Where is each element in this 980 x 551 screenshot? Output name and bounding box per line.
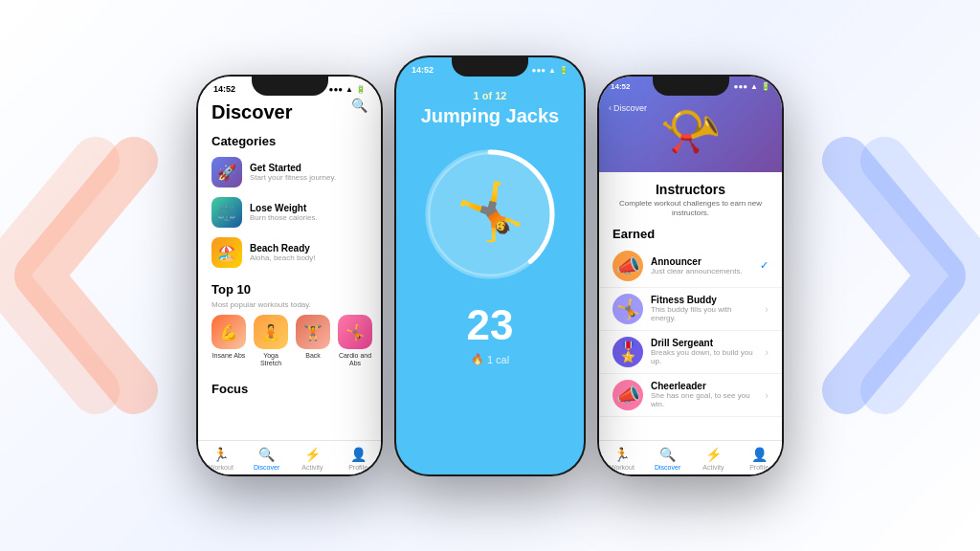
focus-title: Focus (212, 378, 368, 400)
left-time: 14:52 (213, 84, 235, 94)
instructors-title: Instructors (612, 182, 768, 197)
instructors-title-section: Instructors Complete workout challenges … (599, 172, 782, 223)
center-phone-notch (452, 55, 528, 77)
tab-workout-left[interactable]: 🏃 Workout (198, 447, 244, 471)
exercise-counter: 1 of 12 (474, 90, 507, 101)
left-status-icons: ●●●▲🔋 (329, 85, 366, 94)
left-phone-notch (252, 75, 328, 96)
instructor-announcer[interactable]: 📣 Announcer Just clear announcements. ✓ (599, 245, 782, 288)
top10-title: Top 10 (198, 276, 381, 300)
discover-header: Discover 🔍 (198, 98, 381, 128)
chevron-right-icon: › (765, 303, 768, 315)
instructor-fitness-buddy[interactable]: 🤸 Fitness Buddy This buddy fills you wit… (599, 288, 782, 331)
category-get-started[interactable]: 🚀 Get Started Start your fitness journey… (198, 152, 381, 192)
instructor-drill-sergeant[interactable]: 🎖️ Drill Sergeant Breaks you down, to bu… (599, 331, 782, 374)
tab-activity-left[interactable]: ⚡ Activity (290, 447, 336, 471)
deco-left-arrow (0, 132, 172, 419)
exercise-name: Jumping Jacks (421, 105, 560, 127)
workout-grid: 💪 Insane Abs 🧘 Yoga Stretch 🏋️ Back (198, 315, 381, 368)
back-button[interactable]: ‹ Discover (609, 103, 647, 113)
center-phone: 14:52 ●●●▲🔋 1 of 12 Jumping Jacks 🤸 (394, 55, 586, 476)
workout-yoga[interactable]: 🧘 Yoga Stretch (254, 315, 288, 368)
workout-cardio[interactable]: 🤸 Cardio and Abs (338, 315, 372, 368)
drill-sergeant-info: Drill Sergeant Breaks you down, to build… (651, 338, 757, 365)
discover-tab-icon: 🔍 (258, 447, 275, 462)
tab-activity-right[interactable]: ⚡ Activity (691, 447, 737, 471)
whistle-icon: 📯 (659, 102, 722, 161)
center-time: 14:52 (412, 65, 434, 75)
chevron-right-icon-2: › (765, 346, 768, 358)
back-chevron-icon: ‹ (609, 103, 612, 113)
workout-insane-abs[interactable]: 💪 Insane Abs (212, 315, 246, 368)
tab-profile-right[interactable]: 👤 Profile (736, 447, 782, 471)
right-phone-notch (653, 75, 729, 96)
instructors-subtitle: Complete workout challenges to earn new … (612, 199, 768, 219)
categories-title: Categories (198, 128, 381, 152)
scene: 14:52 ●●●▲🔋 Discover 🔍 Categories 🚀 Get … (0, 0, 980, 551)
discover-title: Discover (212, 101, 368, 122)
instructors-screen: 14:52 ●●●▲🔋 ‹ Discover 📯 Instructors Com… (599, 77, 782, 474)
category-icon-rocket: 🚀 (212, 157, 242, 187)
workout-tab-icon: 🏃 (212, 447, 229, 462)
back-label: Discover (613, 103, 647, 113)
cheerleader-avatar: 📣 (612, 380, 643, 410)
profile-tab-icon-right: 👤 (751, 447, 768, 462)
left-tab-bar: 🏃 Workout 🔍 Discover ⚡ Activity 👤 Profil… (198, 440, 381, 474)
category-beach-ready[interactable]: 🏖️ Beach Ready Aloha, beach body! (198, 232, 381, 273)
top10-section: Top 10 Most popular workouts today. 💪 In… (198, 273, 381, 372)
category-icon-beach: 🏖️ (212, 237, 242, 268)
tab-profile-left[interactable]: 👤 Profile (335, 447, 381, 471)
top10-subtitle: Most popular workouts today. (198, 300, 381, 315)
tab-discover-right[interactable]: 🔍 Discover (645, 447, 691, 471)
left-phone: 14:52 ●●●▲🔋 Discover 🔍 Categories 🚀 Get … (196, 75, 383, 476)
exercise-number: 23 (467, 301, 514, 349)
activity-tab-icon-right: ⚡ (705, 447, 722, 462)
category-text-lose-weight: Lose Weight Burn those calories. (250, 203, 318, 222)
right-phone: 14:52 ●●●▲🔋 ‹ Discover 📯 Instructors Com… (597, 75, 784, 476)
workout-tab-icon-right: 🏃 (613, 447, 630, 462)
cheerleader-info: Cheerleader She has one goal, to see you… (651, 381, 757, 408)
fitness-buddy-avatar: 🤸 (612, 294, 643, 324)
category-icon-weight: ⚖️ (212, 197, 242, 228)
focus-section: Focus (198, 372, 381, 400)
exercise-circle: 🤸 (418, 143, 562, 286)
exercise-figure: 🤸 (456, 179, 524, 244)
deco-right-arrow (808, 132, 980, 419)
right-time: 14:52 (611, 82, 630, 91)
flame-icon: 🔥 (471, 353, 484, 365)
category-text-beach: Beach Ready Aloha, beach body! (250, 243, 316, 262)
center-status-icons: ●●●▲🔋 (532, 66, 568, 75)
search-icon[interactable]: 🔍 (351, 98, 368, 113)
center-phone-screen: 14:52 ●●●▲🔋 1 of 12 Jumping Jacks 🤸 (396, 57, 584, 474)
right-phone-screen: 14:52 ●●●▲🔋 ‹ Discover 📯 Instructors Com… (599, 77, 782, 474)
category-text-get-started: Get Started Start your fitness journey. (250, 163, 336, 182)
right-tab-bar: 🏃 Workout 🔍 Discover ⚡ Activity 👤 Profil… (599, 440, 782, 474)
earned-title: Earned (599, 223, 782, 245)
announcer-avatar: 📣 (612, 251, 643, 281)
workout-icon-abs: 💪 (212, 315, 246, 349)
workout-icon-back: 🏋️ (296, 315, 330, 349)
tab-discover-left[interactable]: 🔍 Discover (244, 447, 290, 471)
exercise-screen: 14:52 ●●●▲🔋 1 of 12 Jumping Jacks 🤸 (396, 57, 584, 474)
announcer-info: Announcer Just clear announcements. (651, 256, 752, 276)
drill-sergeant-avatar: 🎖️ (612, 337, 643, 367)
discover-tab-icon-right: 🔍 (659, 447, 676, 462)
discover-screen: 14:52 ●●●▲🔋 Discover 🔍 Categories 🚀 Get … (198, 77, 381, 474)
workout-icon-yoga: 🧘 (254, 315, 288, 349)
tab-workout-right[interactable]: 🏃 Workout (599, 447, 645, 471)
activity-tab-icon: ⚡ (304, 447, 321, 462)
exercise-cal: 🔥 1 cal (471, 353, 509, 365)
check-icon: ✓ (760, 259, 768, 272)
profile-tab-icon: 👤 (350, 447, 367, 462)
category-lose-weight[interactable]: ⚖️ Lose Weight Burn those calories. (198, 192, 381, 232)
left-phone-screen: 14:52 ●●●▲🔋 Discover 🔍 Categories 🚀 Get … (198, 77, 381, 474)
chevron-right-icon-3: › (765, 389, 768, 401)
workout-icon-cardio: 🤸 (338, 315, 372, 349)
workout-back[interactable]: 🏋️ Back (296, 315, 330, 368)
instructor-cheerleader[interactable]: 📣 Cheerleader She has one goal, to see y… (599, 374, 782, 417)
fitness-buddy-info: Fitness Buddy This buddy fills you with … (651, 295, 757, 322)
